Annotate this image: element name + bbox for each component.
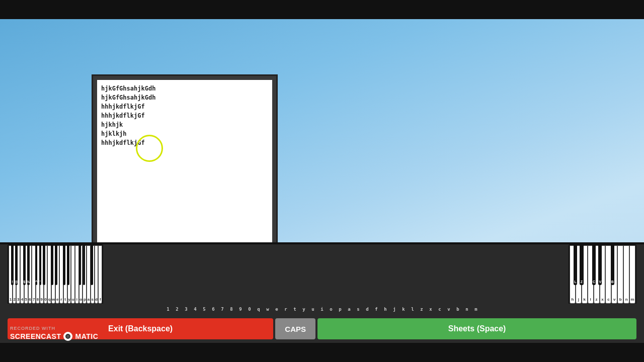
key-label-c: c bbox=[435, 307, 444, 312]
key-label-z: z bbox=[417, 307, 426, 312]
black-key-left-9[interactable] bbox=[63, 245, 65, 285]
cursor-arrow-icon bbox=[147, 144, 154, 152]
key-label-w: w bbox=[263, 307, 272, 312]
black-key-left-8[interactable] bbox=[55, 245, 57, 285]
text-line: hjklkjh bbox=[101, 129, 268, 138]
caps-button[interactable]: CAPS bbox=[275, 318, 315, 339]
sheets-button[interactable]: Sheets (Space) bbox=[317, 318, 636, 339]
piano-left-container: 1234567890qwertyuiopasdf !@$%^' bbox=[8, 244, 103, 305]
key-label-1: 1 bbox=[164, 307, 173, 312]
key-label-f: f bbox=[372, 307, 381, 312]
key-label-b: b bbox=[453, 307, 462, 312]
key-label-0: 0 bbox=[245, 307, 254, 312]
key-label-8: 8 bbox=[227, 307, 236, 312]
key-label-p: p bbox=[336, 307, 345, 312]
key-label-4: 4 bbox=[191, 307, 200, 312]
key-label-5: 5 bbox=[200, 307, 209, 312]
black-key-right-0[interactable]: L bbox=[574, 245, 577, 285]
bottom-letterbox bbox=[0, 343, 644, 362]
black-key-left-11[interactable] bbox=[79, 245, 82, 285]
text-editor-wrapper: hjkGfGhsahjkGdhhjkGfGhsahjkGdhhhhjkdflkj… bbox=[92, 74, 278, 270]
key-label-2: 2 bbox=[173, 307, 182, 312]
black-key-left-0[interactable]: ! bbox=[11, 245, 14, 285]
black-key-left-5[interactable]: ' bbox=[39, 245, 42, 285]
key-label-v: v bbox=[444, 307, 453, 312]
text-content: hjkGfGhsahjkGdhhjkGfGhsahjkGdhhhhjkdflkj… bbox=[97, 80, 272, 151]
key-label-e: e bbox=[272, 307, 281, 312]
text-line: hjkGfGhsahjkGdh bbox=[101, 93, 268, 102]
key-label-x: x bbox=[426, 307, 435, 312]
watermark-brand-text: SCREENCAST bbox=[10, 332, 61, 340]
cursor-indicator bbox=[136, 135, 163, 162]
watermark-brand: SCREENCAST MATIC bbox=[10, 332, 98, 341]
watermark-logo-inner bbox=[65, 334, 70, 339]
watermark-recorded-text: RECORDED WITH bbox=[10, 326, 98, 331]
key-label-9: 9 bbox=[236, 307, 245, 312]
key-label-6: 6 bbox=[209, 307, 218, 312]
piano-left: 1234567890qwertyuiopasdf !@$%^' bbox=[8, 244, 103, 305]
watermark-logo bbox=[63, 332, 72, 341]
black-key-left-10[interactable] bbox=[67, 245, 69, 285]
key-label-r: r bbox=[281, 307, 290, 312]
watermark-brand-text2: MATIC bbox=[75, 332, 98, 340]
key-label-s: s bbox=[354, 307, 363, 312]
black-key-left-1[interactable]: @ bbox=[15, 245, 18, 285]
black-key-left-6[interactable] bbox=[43, 245, 45, 285]
key-label-d: d bbox=[363, 307, 372, 312]
watermark: RECORDED WITH SCREENCAST MATIC bbox=[10, 326, 98, 341]
key-label-i: i bbox=[317, 307, 327, 312]
key-label-l: l bbox=[408, 307, 417, 312]
key-label-m: m bbox=[471, 307, 480, 312]
black-key-right-1[interactable]: Z bbox=[580, 245, 583, 285]
key-label-n: n bbox=[462, 307, 471, 312]
black-key-left-13[interactable] bbox=[91, 245, 93, 285]
black-key-left-4[interactable]: ^ bbox=[35, 245, 38, 285]
black-key-right-4[interactable]: B bbox=[611, 245, 614, 285]
key-label-7: 7 bbox=[218, 307, 227, 312]
key-label-t: t bbox=[290, 307, 299, 312]
text-line: hhhjkdflkjGf bbox=[101, 111, 268, 120]
key-label-q: q bbox=[254, 307, 263, 312]
key-label-o: o bbox=[327, 307, 336, 312]
black-key-right-3[interactable]: V bbox=[598, 245, 602, 285]
black-key-left-2[interactable]: $ bbox=[23, 245, 26, 285]
black-key-left-12[interactable] bbox=[83, 245, 86, 285]
black-keys-right: LZCVB bbox=[570, 245, 635, 285]
text-editor[interactable]: hjkGfGhsahjkGdhhjkGfGhsahjkGdhhhhjkdflkj… bbox=[97, 80, 272, 265]
key-label-h: h bbox=[381, 307, 390, 312]
top-letterbox bbox=[0, 0, 644, 19]
key-label-k: k bbox=[399, 307, 408, 312]
black-key-left-7[interactable] bbox=[51, 245, 53, 285]
text-line: hjkhjk bbox=[101, 120, 268, 129]
key-label-u: u bbox=[308, 307, 317, 312]
text-line: hhhjkdflkjGf bbox=[101, 102, 268, 111]
black-key-right-2[interactable]: C bbox=[592, 245, 596, 285]
key-label-3: 3 bbox=[182, 307, 191, 312]
key-label-y: y bbox=[299, 307, 308, 312]
piano-right: hjklzxcvbnm LZCVB bbox=[569, 244, 636, 305]
text-line: hhhjkdflkjGf bbox=[101, 138, 268, 147]
black-key-left-3[interactable]: % bbox=[27, 245, 30, 285]
key-label-a: a bbox=[345, 307, 354, 312]
key-labels-row: 1234567890qwertyuiopasdfhjklzxcvbnm bbox=[0, 304, 644, 315]
piano-right-container: hjklzxcvbnm LZCVB bbox=[569, 244, 636, 305]
text-line: hjkGfGhsahjkGdh bbox=[101, 84, 268, 93]
key-label-j: j bbox=[390, 307, 399, 312]
black-keys-left: !@$%^' bbox=[9, 245, 102, 285]
